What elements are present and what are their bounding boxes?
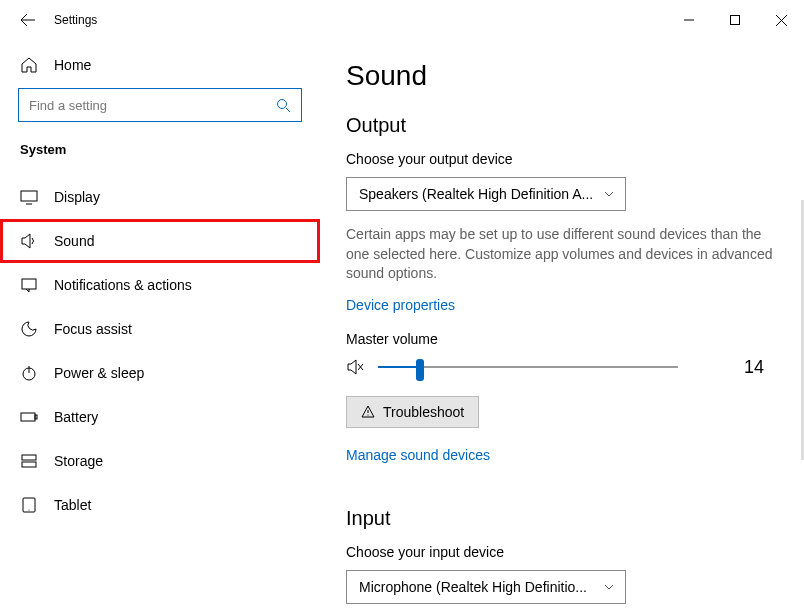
volume-value: 14 [744, 357, 774, 378]
nav-label: Notifications & actions [54, 277, 192, 293]
maximize-button[interactable] [712, 4, 758, 36]
svg-point-20 [367, 414, 368, 415]
nav-label: Power & sleep [54, 365, 144, 381]
home-icon [20, 56, 38, 74]
storage-icon [20, 452, 38, 470]
back-icon[interactable] [20, 12, 36, 28]
nav-label: Sound [54, 233, 94, 249]
input-device-value: Microphone (Realtek High Definitio... [359, 579, 587, 595]
home-nav[interactable]: Home [0, 40, 320, 88]
tablet-icon [20, 496, 38, 514]
minimize-button[interactable] [666, 4, 712, 36]
focus-icon [20, 320, 38, 338]
output-device-value: Speakers (Realtek High Definition A... [359, 186, 593, 202]
nav-label: Storage [54, 453, 103, 469]
volume-slider[interactable] [378, 366, 678, 368]
chevron-down-icon [603, 188, 615, 200]
output-choose-label: Choose your output device [346, 151, 774, 167]
svg-point-4 [278, 99, 287, 108]
manage-sound-link[interactable]: Manage sound devices [346, 447, 490, 463]
window-title: Settings [54, 13, 97, 27]
svg-rect-12 [35, 415, 37, 419]
svg-rect-8 [22, 279, 36, 289]
titlebar: Settings [0, 0, 804, 40]
nav-item-battery[interactable]: Battery [0, 395, 320, 439]
warning-icon [361, 405, 375, 419]
mute-icon[interactable] [346, 357, 366, 377]
home-label: Home [54, 57, 91, 73]
display-icon [20, 188, 38, 206]
nav-label: Focus assist [54, 321, 132, 337]
sidebar: Home System DisplaySoundNotifications & … [0, 40, 320, 608]
slider-thumb[interactable] [416, 359, 424, 381]
main-panel: Sound Output Choose your output device S… [320, 40, 804, 608]
section-title: System [0, 142, 320, 175]
nav-label: Tablet [54, 497, 91, 513]
chevron-down-icon [603, 581, 615, 593]
nav-item-tablet[interactable]: Tablet [0, 483, 320, 527]
input-choose-label: Choose your input device [346, 544, 774, 560]
nav-item-display[interactable]: Display [0, 175, 320, 219]
nav-item-power[interactable]: Power & sleep [0, 351, 320, 395]
sound-icon [20, 232, 38, 250]
nav-item-focus[interactable]: Focus assist [0, 307, 320, 351]
volume-row: 14 [346, 357, 774, 378]
svg-rect-1 [731, 16, 740, 25]
close-button[interactable] [758, 4, 804, 36]
svg-rect-11 [21, 413, 35, 421]
device-properties-link[interactable]: Device properties [346, 297, 455, 313]
power-icon [20, 364, 38, 382]
output-heading: Output [346, 114, 774, 137]
output-description: Certain apps may be set up to use differ… [346, 225, 774, 284]
input-heading: Input [346, 507, 774, 530]
page-title: Sound [346, 60, 774, 92]
nav-item-sound[interactable]: Sound [0, 219, 320, 263]
search-icon [276, 98, 291, 113]
svg-point-16 [29, 510, 30, 511]
battery-icon [20, 408, 38, 426]
input-device-select[interactable]: Microphone (Realtek High Definitio... [346, 570, 626, 604]
nav-label: Display [54, 189, 100, 205]
svg-rect-14 [22, 462, 36, 467]
master-volume-label: Master volume [346, 331, 774, 347]
svg-rect-6 [21, 191, 37, 201]
svg-line-5 [286, 108, 290, 112]
output-device-select[interactable]: Speakers (Realtek High Definition A... [346, 177, 626, 211]
nav-item-notifications[interactable]: Notifications & actions [0, 263, 320, 307]
svg-rect-13 [22, 455, 36, 460]
nav-item-storage[interactable]: Storage [0, 439, 320, 483]
nav-label: Battery [54, 409, 98, 425]
search-input[interactable] [29, 98, 276, 113]
notifications-icon [20, 276, 38, 294]
troubleshoot-label: Troubleshoot [383, 404, 464, 420]
troubleshoot-button[interactable]: Troubleshoot [346, 396, 479, 428]
search-box[interactable] [18, 88, 302, 122]
nav-list: DisplaySoundNotifications & actionsFocus… [0, 175, 320, 527]
